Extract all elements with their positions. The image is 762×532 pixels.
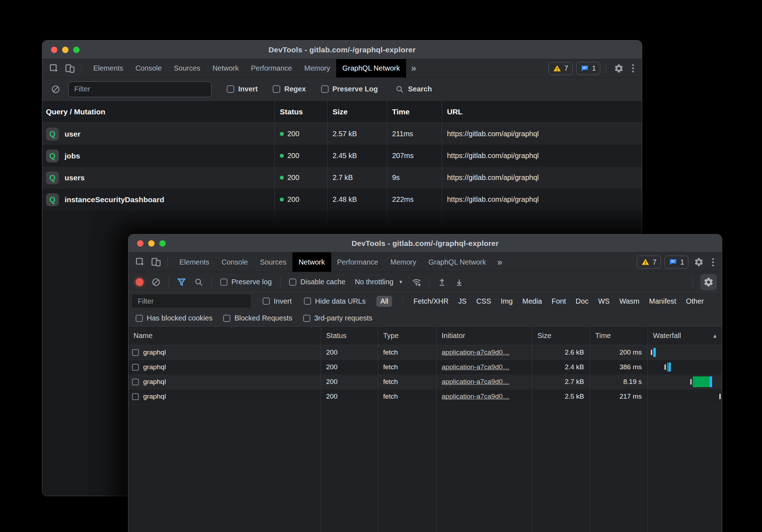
minimize-button[interactable] [148,240,155,247]
preserve-log-checkbox[interactable] [321,85,329,93]
import-har-icon[interactable] [435,275,449,289]
invert-checkbox-group[interactable]: Invert [227,85,258,93]
export-har-icon[interactable] [452,275,466,289]
column-header-size[interactable]: Size [328,101,387,123]
type-filter-all[interactable]: All [376,296,392,307]
more-tabs-icon[interactable]: » [406,59,421,77]
filter-input[interactable] [68,81,212,97]
tab-performance[interactable]: Performance [245,59,298,77]
initiator-link[interactable]: application-a7ca9d0… [442,378,509,386]
type-filter-img[interactable]: Img [501,297,513,305]
column-header-status[interactable]: Status [321,327,378,345]
type-filter-css[interactable]: CSS [476,297,491,305]
row-checkbox[interactable] [132,393,139,400]
device-toolbar-icon[interactable] [149,255,163,269]
invert-checkbox[interactable] [227,85,234,93]
request-row[interactable]: graphql 200 fetch application-a7ca9d0… 2… [128,375,722,389]
column-header-time[interactable]: Time [387,101,442,123]
tab-console[interactable]: Console [215,252,254,272]
column-header-url[interactable]: URL [442,101,642,123]
tab-graphql-network[interactable]: GraphQL Network [422,252,492,272]
close-button[interactable] [137,240,144,247]
row-checkbox[interactable] [132,379,139,385]
tab-memory[interactable]: Memory [384,252,422,272]
type-filter-wasm[interactable]: Wasm [619,297,639,305]
row-checkbox[interactable] [132,349,139,356]
request-row[interactable]: graphql 200 fetch application-a7ca9d0… 2… [128,360,722,375]
regex-checkbox-group[interactable]: Regex [273,85,306,93]
search-control[interactable]: Search [395,85,432,94]
clear-icon[interactable] [149,275,163,289]
inspect-element-icon[interactable] [47,62,61,75]
type-filter-ws[interactable]: WS [598,297,610,305]
filter-input[interactable] [132,295,250,308]
blocked-cookies-checkbox[interactable] [136,315,143,322]
invert-checkbox[interactable] [263,298,270,305]
column-header-initiator[interactable]: Initiator [437,327,532,345]
type-filter-other[interactable]: Other [686,297,704,305]
settings-gear-icon[interactable] [612,62,626,75]
preserve-log-checkbox-group[interactable]: Preserve Log [321,85,378,93]
tab-sources[interactable]: Sources [254,252,292,272]
query-row[interactable]: Q jobs 200 2.45 kB 207ms https://gitlab.… [42,145,642,167]
initiator-link[interactable]: application-a7ca9d0… [442,393,509,400]
invert-checkbox-group[interactable]: Invert [263,297,292,305]
tab-memory[interactable]: Memory [298,59,336,77]
query-row[interactable]: Q instanceSecurityDashboard 200 2.48 kB … [42,189,642,210]
blocked-requests-checkbox-group[interactable]: Blocked Requests [223,314,292,322]
column-header-size[interactable]: Size [532,327,590,345]
row-checkbox[interactable] [132,364,139,371]
column-header-query-mutation[interactable]: Query / Mutation [42,101,275,123]
third-party-checkbox-group[interactable]: 3rd-party requests [303,314,372,322]
query-row[interactable]: Q users 200 2.7 kB 9s https://gitlab.com… [42,167,642,189]
regex-checkbox[interactable] [273,85,280,93]
type-filter-doc[interactable]: Doc [576,297,589,305]
column-header-time[interactable]: Time [590,327,648,345]
close-button[interactable] [51,47,57,53]
type-filter-font[interactable]: Font [552,297,566,305]
clear-icon[interactable] [49,82,62,96]
more-tabs-icon[interactable]: » [492,252,507,272]
throttling-dropdown[interactable]: No throttling ▼ [352,278,406,286]
search-icon[interactable] [192,275,206,289]
query-row[interactable]: Q user 200 2.57 kB 211ms https://gitlab.… [42,123,642,145]
filter-funnel-icon[interactable] [175,275,188,289]
minimize-button[interactable] [62,47,69,53]
type-filter-manifest[interactable]: Manifest [649,297,676,305]
blocked-cookies-checkbox-group[interactable]: Has blocked cookies [136,314,212,322]
hide-data-urls-checkbox-group[interactable]: Hide data URLs [304,297,366,305]
type-filter-media[interactable]: Media [522,297,542,305]
network-settings-gear-icon[interactable] [700,274,717,290]
tab-elements[interactable]: Elements [173,252,215,272]
tab-network[interactable]: Network [292,252,331,272]
disable-cache-checkbox-group[interactable]: Disable cache [289,278,345,286]
column-header-waterfall[interactable]: Waterfall ▲ [648,327,722,345]
third-party-checkbox[interactable] [303,315,310,322]
preserve-log-checkbox[interactable] [220,279,227,286]
preserve-log-checkbox-group[interactable]: Preserve log [220,278,272,286]
zoom-button[interactable] [73,47,80,53]
more-options-icon[interactable] [709,258,717,266]
record-button[interactable] [136,278,144,286]
issues-badge[interactable]: 1 [576,62,600,75]
request-row[interactable]: graphql 200 fetch application-a7ca9d0… 2… [128,389,722,404]
column-header-type[interactable]: Type [378,327,437,345]
tab-graphql-network[interactable]: GraphQL Network [336,59,406,77]
warnings-badge[interactable]: 7 [549,62,573,75]
more-options-icon[interactable] [629,64,637,72]
hide-data-urls-checkbox[interactable] [304,298,311,305]
tab-console[interactable]: Console [129,59,168,77]
initiator-link[interactable]: application-a7ca9d0… [442,348,509,356]
column-header-status[interactable]: Status [275,101,328,123]
device-toolbar-icon[interactable] [63,62,77,75]
initiator-link[interactable]: application-a7ca9d0… [442,363,509,371]
type-filter-js[interactable]: JS [458,297,466,305]
warnings-badge[interactable]: 7 [637,256,661,269]
zoom-button[interactable] [159,240,166,247]
type-filter-fetch-xhr[interactable]: Fetch/XHR [413,297,448,305]
request-row[interactable]: graphql 200 fetch application-a7ca9d0… 2… [128,345,722,360]
column-header-name[interactable]: Name [128,327,321,345]
tab-network[interactable]: Network [206,59,245,77]
blocked-requests-checkbox[interactable] [223,315,230,322]
network-conditions-icon[interactable] [410,275,423,289]
